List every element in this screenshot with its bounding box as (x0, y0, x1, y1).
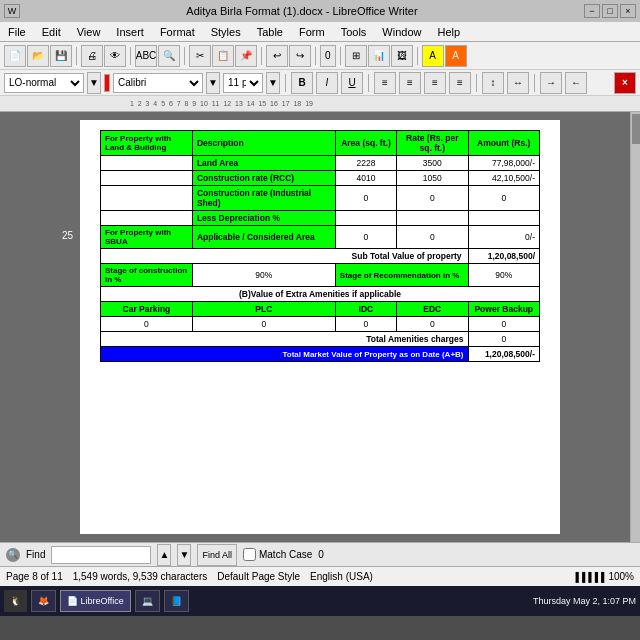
scroll-thumb[interactable] (632, 114, 640, 144)
val-power-backup: 0 (468, 317, 540, 332)
bold-button[interactable]: B (291, 72, 313, 94)
find-all-button[interactable]: Find All (197, 544, 237, 566)
menu-styles[interactable]: Styles (207, 26, 245, 38)
save-button[interactable]: 💾 (50, 45, 72, 67)
close-button[interactable]: × (620, 4, 636, 18)
cell-total-market-label: Total Market Value of Property as on Dat… (101, 347, 469, 362)
cell-sbua: For Property with SBUA (101, 226, 193, 249)
page-info: Page 8 of 11 (6, 571, 63, 582)
cell-amenity-total-value: 0 (468, 332, 540, 347)
align-right[interactable]: ≡ (424, 72, 446, 94)
minimize-button[interactable]: − (584, 4, 600, 18)
menu-help[interactable]: Help (433, 26, 464, 38)
increase-indent[interactable]: → (540, 72, 562, 94)
align-center[interactable]: ≡ (399, 72, 421, 94)
header-area: Area (sq. ft.) (335, 131, 396, 156)
col-edc: EDC (397, 302, 468, 317)
taskbar-ide[interactable]: 💻 (135, 590, 160, 612)
style-arrow[interactable]: ▼ (87, 72, 101, 94)
menu-file[interactable]: File (4, 26, 30, 38)
maximize-button[interactable]: □ (602, 4, 618, 18)
cell-stage-label: Stage of construction in % (101, 264, 193, 287)
font-arrow[interactable]: ▼ (206, 72, 220, 94)
menu-insert[interactable]: Insert (112, 26, 148, 38)
new-button[interactable]: 📄 (4, 45, 26, 67)
find-up-button[interactable]: ▲ (157, 544, 171, 566)
copy-button[interactable]: 📋 (212, 45, 234, 67)
toolbar: 📄 📂 💾 🖨 👁 ABC 🔍 ✂ 📋 📌 ↩ ↪ 0 ⊞ 📊 🖼 A A (0, 42, 640, 70)
preview-button[interactable]: 👁 (104, 45, 126, 67)
paste-button[interactable]: 📌 (235, 45, 257, 67)
cell-empty-4 (101, 211, 193, 226)
scroll-bar-right[interactable] (630, 112, 640, 542)
print-button[interactable]: 🖨 (81, 45, 103, 67)
justify[interactable]: ≡ (449, 72, 471, 94)
close-format-bar[interactable]: × (614, 72, 636, 94)
char-spacing[interactable]: ↔ (507, 72, 529, 94)
cell-land-area: Land Area (192, 156, 335, 171)
menu-format[interactable]: Format (156, 26, 199, 38)
underline-button[interactable]: U (341, 72, 363, 94)
table-row-amenity-values: 0 0 0 0 0 (101, 317, 540, 332)
menu-edit[interactable]: Edit (38, 26, 65, 38)
header-rate: Rate (Rs. per sq. ft.) (397, 131, 468, 156)
cut-button[interactable]: ✂ (189, 45, 211, 67)
size-select[interactable]: 11 pt (223, 73, 263, 93)
cell-rec-value: 90% (468, 264, 540, 287)
taskbar-start[interactable]: 🐧 (4, 590, 27, 612)
header-description: Description (192, 131, 335, 156)
align-left[interactable]: ≡ (374, 72, 396, 94)
find-icon: 🔍 (6, 548, 20, 562)
cell-sbua-rate: 0 (397, 226, 468, 249)
highlight-button[interactable]: A (422, 45, 444, 67)
status-bar: Page 8 of 11 1,549 words, 9,539 characte… (0, 566, 640, 586)
open-button[interactable]: 📂 (27, 45, 49, 67)
line-spacing[interactable]: ↕ (482, 72, 504, 94)
image-button[interactable]: 🖼 (391, 45, 413, 67)
menu-window[interactable]: Window (378, 26, 425, 38)
decrease-indent[interactable]: ← (565, 72, 587, 94)
table-row-amenity-header: (B)Value of Extra Amenities if applicabl… (101, 287, 540, 302)
menu-form[interactable]: Form (295, 26, 329, 38)
col-car-parking: Car Parking (101, 302, 193, 317)
taskbar-writer[interactable]: 📄 LibreOffice (60, 590, 131, 612)
table-insert-button[interactable]: ⊞ (345, 45, 367, 67)
cell-land-amount: 77,98,000/- (468, 156, 540, 171)
find-down-button[interactable]: ▼ (177, 544, 191, 566)
page-style: Default Page Style (217, 571, 300, 582)
taskbar-terminal[interactable]: 📘 (164, 590, 189, 612)
size-arrow[interactable]: ▼ (266, 72, 280, 94)
chart-button[interactable]: 📊 (368, 45, 390, 67)
header-amount: Amount (Rs.) (468, 131, 540, 156)
cell-rcc-sqft: 4010 (335, 171, 396, 186)
language: English (USA) (310, 571, 373, 582)
cell-empty-3 (101, 186, 193, 211)
taskbar: 🐧 🦊 📄 LibreOffice 💻 📘 Thursday May 2, 1:… (0, 586, 640, 616)
find-label: Find (26, 549, 45, 560)
undo-button[interactable]: ↩ (266, 45, 288, 67)
redo-button[interactable]: ↪ (289, 45, 311, 67)
menu-tools[interactable]: Tools (337, 26, 371, 38)
table-row: Less Depreciation % (101, 211, 540, 226)
cell-ind-amount: 0 (468, 186, 540, 211)
col-idc: IDC (335, 302, 396, 317)
cell-empty-1 (101, 156, 193, 171)
style-select[interactable]: LO-normal (4, 73, 84, 93)
cell-depreciation: Less Depreciation % (192, 211, 335, 226)
find-button[interactable]: 🔍 (158, 45, 180, 67)
find-input[interactable] (51, 546, 151, 564)
table-row: For Property with SBUA Applicable / Cons… (101, 226, 540, 249)
taskbar-clock: Thursday May 2, 1:07 PM (533, 596, 636, 606)
cell-land-area-sqft: 2228 (335, 156, 396, 171)
taskbar-firefox[interactable]: 🦊 (31, 590, 56, 612)
property-table: For Property with Land & Building Descri… (100, 130, 540, 362)
italic-button[interactable]: I (316, 72, 338, 94)
menu-view[interactable]: View (73, 26, 105, 38)
val-edc: 0 (397, 317, 468, 332)
match-case-checkbox[interactable] (243, 548, 256, 561)
color-button[interactable]: A (445, 45, 467, 67)
spell-button[interactable]: ABC (135, 45, 157, 67)
header-property-type: For Property with Land & Building (101, 131, 193, 156)
menu-table[interactable]: Table (253, 26, 287, 38)
font-select[interactable]: Calibri (113, 73, 203, 93)
